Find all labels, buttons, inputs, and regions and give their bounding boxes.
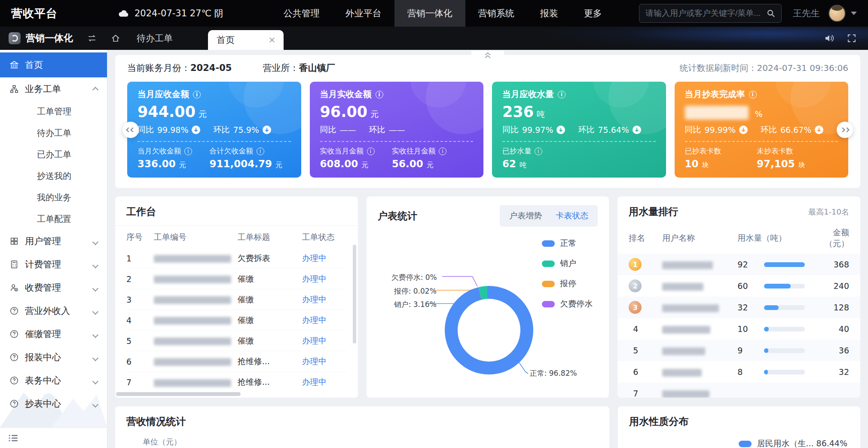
close-tab-icon[interactable]: [269, 37, 275, 43]
sidebar-group-charge-mgmt[interactable]: 收费管理: [0, 276, 107, 299]
sidebar-group-label: 计费管理: [25, 258, 61, 270]
tab-todo-workorders[interactable]: 待办工单: [137, 32, 173, 44]
legend-swatch: [542, 261, 555, 267]
home-icon[interactable]: [111, 34, 120, 43]
volume-icon[interactable]: [824, 34, 834, 43]
collapse-summary-chip[interactable]: [471, 51, 504, 59]
info-icon[interactable]: [535, 147, 542, 155]
info-icon[interactable]: [367, 147, 375, 155]
toggle-option-card-status[interactable]: 卡表状态: [549, 207, 595, 224]
chevron-down-icon: [93, 282, 98, 293]
info-icon[interactable]: [558, 91, 565, 98]
legend-item-arrears-cutoff[interactable]: 欠费停水: [542, 298, 593, 310]
status-link[interactable]: 办理中: [302, 315, 327, 325]
info-icon[interactable]: [376, 91, 383, 98]
nav-item-field-platform[interactable]: 外业平台: [333, 0, 394, 27]
y-axis-unit-label: 单位（元）: [143, 437, 609, 447]
nav-item-more[interactable]: 更多: [571, 0, 615, 27]
card-title: 当月应收金额: [138, 89, 291, 100]
fullscreen-icon[interactable]: [847, 34, 856, 43]
card-value: %: [685, 103, 838, 120]
status-link[interactable]: 办理中: [302, 274, 327, 283]
table-header: 序号 工单编号 工单标题 工单状态: [126, 226, 347, 248]
legend-item-normal[interactable]: 正常: [542, 238, 593, 249]
status-link[interactable]: 办理中: [302, 377, 327, 387]
cloud-icon: [118, 9, 129, 18]
usage-bar: [764, 284, 805, 288]
down-trend-icon: [815, 126, 823, 134]
tab-home[interactable]: 首页: [208, 30, 284, 50]
card-sub-metrics: 已抄水量 62 吨: [502, 146, 656, 170]
sidebar-item-my-business[interactable]: 我的业务: [0, 187, 107, 208]
donut-ring[interactable]: [445, 286, 533, 374]
sidebar-item-workorder-mgmt[interactable]: 工单管理: [0, 101, 107, 122]
redacted-workorder-id: [154, 276, 231, 283]
ranking-range: 最高1-10名: [808, 207, 849, 217]
user-menu-caret-icon[interactable]: [851, 12, 857, 15]
nav-item-install-report[interactable]: 报装: [527, 0, 571, 27]
sidebar-item-todo-workorders[interactable]: 待办工单: [0, 122, 107, 144]
card-value: 236吨: [502, 103, 656, 120]
billing-period: 当前账务月份：2024-05: [127, 62, 232, 74]
nav-item-marketing-integration[interactable]: 营销一体化: [394, 0, 465, 27]
sidebar-group-label: 表务中心: [25, 374, 61, 387]
stat-card-receivable-water: 当月应收水量 236吨 同比99.97% 环比75.64%: [492, 82, 666, 178]
info-icon[interactable]: [193, 91, 201, 98]
legend-item-suspended[interactable]: 报停: [542, 278, 593, 289]
app-tabbar: 营销一体化 待办工单 首页: [0, 27, 868, 50]
status-link[interactable]: 办理中: [302, 253, 327, 263]
meter-statistics-title: 户表统计: [378, 209, 417, 223]
carousel-next-button[interactable]: [837, 122, 853, 138]
search-icon[interactable]: [767, 9, 775, 18]
vertical-scrollbar[interactable]: [353, 245, 356, 344]
sidebar-item-done-workorders[interactable]: 已办工单: [0, 144, 107, 165]
sidebar-item-home[interactable]: 首页: [0, 52, 107, 77]
status-link[interactable]: 办理中: [302, 295, 327, 304]
horizontal-scrollbar[interactable]: [116, 392, 241, 396]
card-trend: 同比99.99% 环比66.67%: [685, 124, 838, 135]
brand-logo: 营收平台: [11, 6, 58, 21]
stat-card-received-amount: 当月实收金额 96.00元 同比—— 环比—— 实收当月金额 60: [310, 82, 484, 178]
swap-tabs-icon[interactable]: [87, 34, 97, 42]
sidebar-group-billing-mgmt[interactable]: 计费管理: [0, 253, 107, 276]
nature-legend-item[interactable]: 居民用水（生... 86.44%: [739, 438, 847, 448]
usage-bar: [764, 348, 805, 353]
nav-item-public-mgmt[interactable]: 公共管理: [271, 0, 333, 27]
nav-item-marketing-system[interactable]: 营销系统: [465, 0, 527, 27]
toggle-option-meter-trend[interactable]: 户表增势: [502, 207, 549, 224]
chevron-down-icon: [93, 329, 98, 339]
status-link[interactable]: 办理中: [302, 336, 327, 345]
cashier-icon: [9, 283, 19, 292]
sidebar-group-meter-affairs-center[interactable]: 表务中心: [0, 369, 107, 392]
sidebar-group-non-operating-income[interactable]: 营业外收入: [0, 299, 107, 322]
user-avatar[interactable]: [828, 5, 846, 22]
redacted-user-name: [662, 261, 713, 269]
sidebar-group-user-mgmt[interactable]: 用户管理: [0, 230, 107, 253]
global-search[interactable]: [639, 4, 782, 23]
redacted-value: [685, 106, 749, 120]
search-input[interactable]: [645, 9, 767, 18]
card-value: 944.00元: [138, 103, 291, 120]
info-icon[interactable]: [184, 147, 192, 155]
ranking-row: 7: [617, 383, 860, 398]
carousel-prev-button[interactable]: [122, 122, 139, 138]
sidebar-group-install-center[interactable]: 报装中心: [0, 346, 107, 369]
business-office-label: 营业所：: [263, 63, 299, 73]
dashed-divider: [138, 141, 291, 142]
sidebar-item-workorder-config[interactable]: 工单配置: [0, 208, 107, 230]
chevron-down-icon: [93, 236, 98, 246]
menu-list-icon[interactable]: [9, 434, 18, 442]
sidebar-group-label: 业务工单: [25, 83, 61, 95]
legend-item-closed[interactable]: 销户: [542, 258, 593, 269]
status-link[interactable]: 办理中: [302, 356, 327, 366]
sidebar-item-cc-to-me[interactable]: 抄送我的: [0, 165, 107, 187]
sidebar-group-meter-reading-center[interactable]: 抄表中心: [0, 392, 107, 415]
info-icon[interactable]: [749, 91, 757, 98]
workbench-panel: 工作台 序号 工单编号 工单标题 工单状态 1 欠费拆表 办理中: [115, 196, 358, 398]
chart-legend: 正常 销户 报停 欠费停水: [542, 238, 593, 310]
sidebar-group-workorders[interactable]: 业务工单: [0, 77, 107, 101]
down-trend-icon: [556, 126, 565, 134]
sidebar-group-collection-mgmt[interactable]: 催缴管理: [0, 322, 107, 346]
info-icon[interactable]: [257, 147, 264, 155]
info-icon[interactable]: [439, 147, 446, 155]
